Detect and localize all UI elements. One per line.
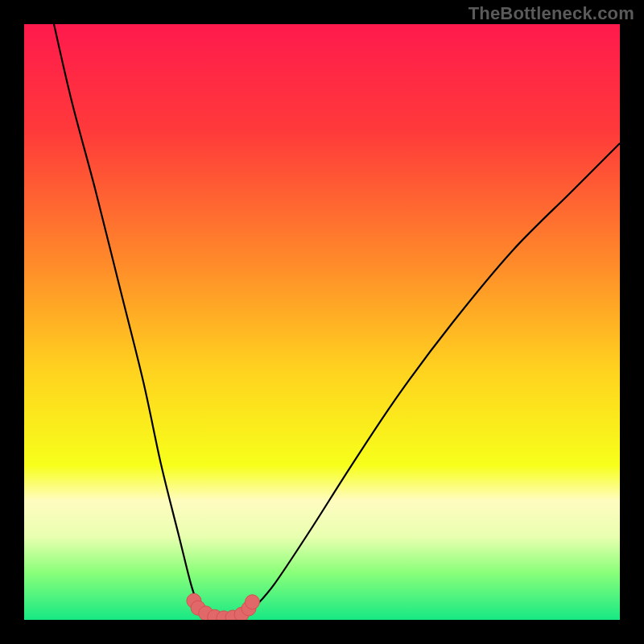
valley-marker: [245, 595, 259, 609]
bottleneck-curve: [24, 24, 620, 620]
curve-line: [54, 24, 620, 619]
valley-markers: [187, 593, 260, 620]
plot-area: [24, 24, 620, 620]
watermark-text: TheBottleneck.com: [469, 3, 634, 24]
chart-frame: TheBottleneck.com: [0, 0, 644, 644]
